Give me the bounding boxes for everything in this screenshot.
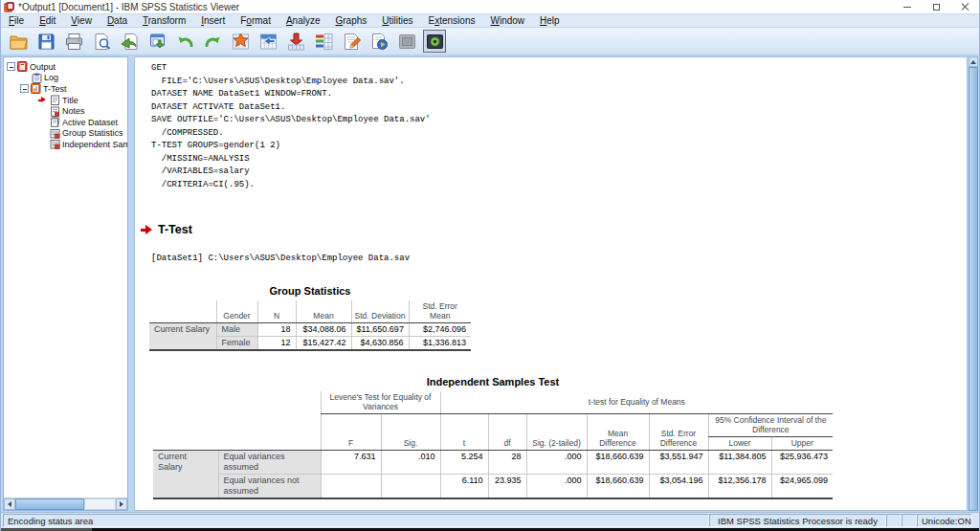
title-page-icon (50, 95, 60, 105)
dataset-path: [DataSet1] C:\Users\ASUS\Desktop\Employe… (151, 254, 410, 263)
goto-data-icon[interactable] (229, 30, 252, 53)
tree-label: Independent Sam (62, 140, 128, 149)
minimize-button[interactable] (893, 0, 922, 13)
cell: $11,384.805 (708, 451, 771, 475)
scroll-up-icon[interactable] (969, 56, 978, 67)
export-icon[interactable] (118, 30, 141, 53)
maximize-button[interactable] (922, 0, 950, 13)
cell: 28 (488, 451, 526, 475)
edit-output-icon[interactable] (340, 30, 363, 53)
cell: 23.935 (488, 475, 526, 498)
cell: $3,054.196 (649, 475, 708, 498)
menu-file[interactable]: File (1, 15, 32, 26)
menu-utilities[interactable]: Utilities (374, 15, 420, 26)
cell: $24,965.099 (771, 475, 833, 498)
tree-item-title[interactable]: Title (7, 95, 127, 106)
tree-item-group-statistics[interactable]: Group Statistics (7, 128, 127, 140)
close-icon (961, 3, 969, 11)
content-vertical-scrollbar[interactable] (969, 56, 978, 511)
toolbar (1, 27, 979, 55)
tree-item-notes[interactable]: Notes (7, 105, 127, 117)
menu-transform[interactable]: Transform (135, 15, 193, 26)
spss-viewer-window: *Output1 [Document1] - IBM SPSS Statisti… (0, 0, 980, 531)
cell: $12,356.178 (708, 475, 771, 498)
output-pane[interactable]: GET FILE='C:\Users\ASUS\Desktop\Employee… (134, 56, 968, 511)
cell: $18,660.639 (587, 475, 649, 498)
menu-data[interactable]: Data (100, 15, 135, 26)
cell: $25,936.473 (771, 451, 833, 475)
close-button[interactable] (950, 0, 979, 13)
col-header: Std. Error Mean (409, 300, 471, 323)
scroll-left-icon[interactable] (4, 498, 15, 510)
independent-samples-title: Independent Samples Test (153, 376, 833, 387)
ttest-heading: T-Test (158, 223, 192, 236)
menu-insert[interactable]: Insert (193, 15, 233, 26)
menu-extensions[interactable]: Extensions (421, 15, 483, 26)
cell (321, 475, 381, 498)
menu-window[interactable]: Window (482, 15, 532, 26)
tree-label: T-Test (43, 84, 67, 94)
group-statistics-output[interactable]: Group Statistics Gender N Mean Std. Devi… (149, 285, 471, 351)
cell: .000 (526, 475, 587, 498)
collapse-icon[interactable] (20, 84, 29, 93)
print-preview-icon[interactable] (90, 30, 113, 53)
cell: 6.110 (440, 475, 488, 498)
independent-samples-output[interactable]: Independent Samples Test Levene's Test f… (153, 376, 833, 499)
status-cell-empty (902, 514, 917, 527)
menu-edit[interactable]: Edit (32, 15, 63, 26)
select-output-icon (395, 30, 418, 53)
tree-item-active-dataset[interactable]: Active Dataset (7, 117, 127, 128)
menu-view[interactable]: View (63, 15, 100, 26)
scrollbar-thumb[interactable] (969, 67, 978, 511)
insert-cases-icon[interactable] (284, 30, 307, 53)
cell (381, 475, 440, 498)
window-title: *Output1 [Document1] - IBM SPSS Statisti… (18, 2, 893, 12)
processor-status: IBM SPSS Statistics Processor is ready (709, 514, 886, 527)
tree-item-ttest[interactable]: T-Test (7, 83, 127, 95)
scroll-right-icon[interactable] (116, 498, 127, 510)
save-icon[interactable] (34, 30, 57, 53)
menu-bar: File Edit View Data Transform Insert For… (1, 13, 979, 27)
output-book-icon (17, 61, 28, 72)
undo-icon[interactable] (173, 30, 196, 53)
group-statistics-table-icon (50, 128, 60, 139)
independent-samples-table: Levene's Test for Equality of Variances … (153, 391, 833, 499)
ttest-book-icon (31, 83, 41, 94)
table-row: Current Salary Equal variances assumed 7… (153, 451, 833, 475)
row-label: Current Salary (149, 323, 216, 350)
outline-horizontal-scrollbar[interactable] (4, 498, 127, 510)
col-header: Gender (216, 300, 257, 323)
menu-help[interactable]: Help (532, 15, 568, 26)
scrollbar-thumb[interactable] (15, 498, 84, 510)
cell: .010 (381, 451, 440, 475)
tree-item-output[interactable]: Output (7, 61, 127, 73)
collapse-icon[interactable] (7, 62, 15, 71)
cell: $1,336.813 (409, 337, 471, 350)
menu-analyze[interactable]: Analyze (278, 15, 328, 26)
tree-item-independent-samples[interactable]: Independent Sam (7, 139, 127, 150)
col-header: Sig. (381, 414, 440, 451)
menu-format[interactable]: Format (233, 15, 278, 26)
cell: $4,630.856 (351, 337, 409, 350)
open-icon[interactable] (7, 30, 30, 53)
col-header: t (440, 414, 488, 451)
log-icon (32, 73, 42, 83)
tree-item-log[interactable]: Log (7, 73, 127, 84)
goto-case-icon[interactable] (256, 30, 279, 53)
table-row: Current Salary Male 18 $34,088.06 $11,65… (149, 323, 471, 337)
corner-cell (153, 391, 321, 451)
levene-spanner: Levene's Test for Equality of Variances (321, 391, 440, 414)
show-hide-icon[interactable] (423, 30, 446, 53)
menu-graphs[interactable]: Graphs (327, 15, 374, 26)
tree-label: Log (44, 73, 58, 82)
redo-icon[interactable] (201, 30, 224, 53)
cell: $15,427.42 (296, 337, 351, 350)
recall-dialogs-icon[interactable] (145, 30, 168, 53)
cell: $18,660.639 (587, 451, 649, 475)
ci-spanner: 95% Confidence Interval of the Differenc… (708, 414, 833, 437)
run-script-icon[interactable] (368, 30, 390, 53)
cell: 12 (257, 337, 296, 350)
main-area: Output Log T-Test Title (1, 55, 979, 512)
print-icon[interactable] (62, 30, 85, 53)
variables-icon[interactable] (312, 30, 335, 53)
